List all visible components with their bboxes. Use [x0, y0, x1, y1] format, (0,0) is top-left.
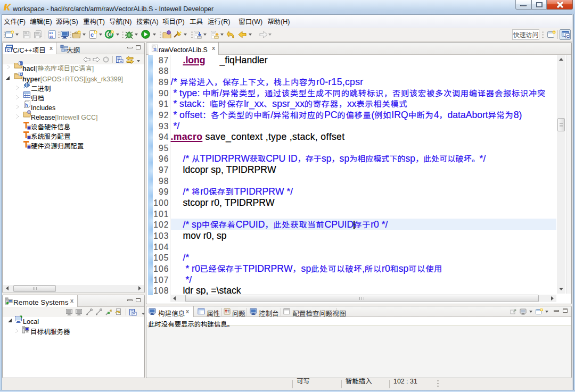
- svg-text:C: C: [566, 34, 570, 39]
- svg-text:10: 10: [50, 35, 54, 39]
- svg-text:C: C: [7, 48, 10, 52]
- svg-text:c: c: [91, 31, 94, 38]
- svg-text:h: h: [25, 103, 28, 108]
